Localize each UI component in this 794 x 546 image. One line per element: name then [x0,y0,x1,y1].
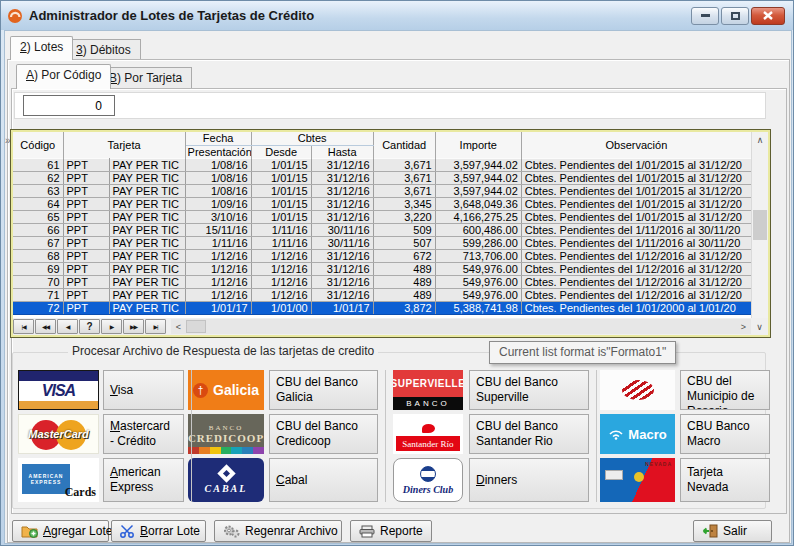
amex-cards-text: Cards [65,485,96,500]
grid-body: 61PPTPAY PER TIC1/08/161/01/1531/12/163,… [13,158,751,314]
agregar-lote-button[interactable]: Agregar Lote [12,520,109,542]
grid-nav-button[interactable]: |◀ [13,319,34,334]
grid-row[interactable]: 64PPTPAY PER TIC1/09/161/01/1531/12/163,… [13,197,751,210]
col-header-tarjeta[interactable]: Tarjeta [63,132,185,158]
grid-nav-button[interactable]: ◀◀ [35,319,56,334]
grid-nav-button[interactable]: ▶▶ [123,319,144,334]
credicoop-banco-text: BANCO [209,424,244,432]
grid-cell: 31/12/16 [311,197,373,210]
grid-cell: PAY PER TIC [109,197,185,210]
tarjeta-nevada-button[interactable]: Tarjeta Nevada [680,458,770,502]
grid-cell: PAY PER TIC [109,288,185,301]
grid-row[interactable]: 67PPTPAY PER TIC1/11/161/11/1630/11/1650… [13,236,751,249]
mastercard-credito-button[interactable]: Mastercard - Crédito [103,414,184,454]
grid-row[interactable]: 65PPTPAY PER TIC3/10/161/01/1531/12/163,… [13,210,751,223]
grid-nav-button[interactable]: ▶| [145,319,166,334]
grid-cell: 3,648,049.36 [435,197,521,210]
credicoop-rainbow-stripe [188,447,264,454]
grid-cell: PAY PER TIC [109,210,185,223]
grid-cell: 1/08/16 [185,158,251,171]
grid-cell: Cbtes. Pendientes del 1/01/2000 al 1/01/… [521,301,751,314]
grid-cell: PPT [63,275,109,288]
cbu-banco-macro-button[interactable]: CBU Banco Macro [680,414,770,454]
scroll-right-icon[interactable]: > [736,319,751,334]
visa-button[interactable]: Visa [103,370,184,410]
grid-cell: 70 [13,275,63,288]
cbu-municipio-rosario-button[interactable]: CBU del Municipio de Rosario [680,370,770,410]
horizontal-scroll-thumb[interactable] [186,320,206,333]
list-format-tooltip: Current list format is"Formato1" [489,341,676,364]
col-header-cantidad[interactable]: Cantidad [373,132,435,158]
grid-cell: Cbtes. Pendientes del 1/11/2016 al 30/11… [521,223,751,236]
grid-cell: PPT [63,158,109,171]
grid-horizontal-scrollbar[interactable]: < > [171,319,751,334]
grid-cell: 3,597,944.02 [435,184,521,197]
cbu-banco-santander-rio-button[interactable]: CBU del Banco Santander Rio [469,414,589,454]
borrar-lote-button[interactable]: Borrar Lote [111,520,206,542]
scroll-up-icon[interactable]: ∧ [752,132,768,148]
maximize-button[interactable] [721,7,749,25]
grid-cell: 65 [13,210,63,223]
col-header-observacion[interactable]: Observación [521,132,751,158]
vertical-scroll-thumb[interactable] [753,210,767,240]
grid-nav-button[interactable]: ▶ [101,319,122,334]
american-express-button[interactable]: American Express [103,458,184,502]
grid-cell: 15/11/16 [185,223,251,236]
grid-cell: Cbtes. Pendientes del 1/01/2015 al 31/12… [521,171,751,184]
grid-cell: Cbtes. Pendientes del 1/11/2016 al 30/11… [521,236,751,249]
grid-cell: 1/01/15 [251,171,311,184]
grid-cell: PAY PER TIC [109,171,185,184]
col-header-importe[interactable]: Importe [435,132,521,158]
grid-row[interactable]: 61PPTPAY PER TIC1/08/161/01/1531/12/163,… [13,158,751,171]
cbu-banco-credicoop-button[interactable]: CBU del Banco Credicoop [269,414,378,454]
dinners-button[interactable]: Dinners [469,458,589,502]
grid-cell: Cbtes. Pendientes del 1/01/2015 al 31/12… [521,210,751,223]
grid-cell: Cbtes. Pendientes del 1/01/2015 al 31/12… [521,158,751,171]
regenerar-archivo-button[interactable]: Regenrar Archivo [214,520,342,542]
col-header-desde[interactable]: Desde [251,145,311,158]
salir-button[interactable]: Salir [693,520,772,542]
subtab-por-codigo[interactable]: A) Por Código [16,64,111,89]
tab-debitos-label: ) Débitos [83,43,131,57]
cabal-diamond-icon [217,464,235,482]
add-folder-icon [21,524,38,538]
col-header-cbtes[interactable]: Cbtes [251,132,373,145]
grid-cell: 1/01/17 [185,301,251,314]
diners-club-logo: Diners Club [393,458,463,502]
grid-cell: PAY PER TIC [109,236,185,249]
reporte-button[interactable]: Reporte [350,520,432,542]
grid-cell: 489 [373,275,435,288]
grid-row[interactable]: 66PPTPAY PER TIC15/11/161/11/1630/11/165… [13,223,751,236]
grid-vertical-scrollbar[interactable]: ∧ [751,132,768,318]
grid-row[interactable]: 68PPTPAY PER TIC1/12/161/12/1631/12/1667… [13,249,751,262]
col-header-presentacion[interactable]: Presentación [185,145,251,158]
grid-nav-button[interactable]: ◀ [57,319,78,334]
grid-row[interactable]: 71PPTPAY PER TIC1/12/161/12/1631/12/1648… [13,288,751,301]
tab-debitos[interactable]: 3) Débitos [66,39,141,60]
col-header-hasta[interactable]: Hasta [311,145,373,158]
grid-cell: 1/08/16 [185,171,251,184]
scroll-left-icon[interactable]: < [171,319,186,334]
grid-row[interactable]: 70PPTPAY PER TIC1/12/161/12/1631/12/1648… [13,275,751,288]
grid-row[interactable]: 69PPTPAY PER TIC1/12/161/12/1631/12/1648… [13,262,751,275]
grid-row[interactable]: 72PPTPAY PER TIC1/01/171/01/001/01/173,8… [13,301,751,314]
grid-cell: Cbtes. Pendientes del 1/01/2015 al 31/12… [521,184,751,197]
minimize-button[interactable] [691,7,719,25]
tab-lotes[interactable]: 2) Lotes [10,36,73,60]
grid-row[interactable]: 62PPTPAY PER TIC1/08/161/01/1531/12/163,… [13,171,751,184]
cbu-banco-supervielle-button[interactable]: CBU del Banco Superville [469,370,589,410]
grid-cell: 672 [373,249,435,262]
codigo-filter-input[interactable] [23,95,115,116]
scroll-down-icon[interactable]: ∨ [751,319,768,334]
app-window: Administrador de Lotes de Tarjetas de Cr… [0,0,794,546]
cabal-button[interactable]: Cabal [269,458,378,502]
diners-circle-icon [420,466,436,482]
close-button[interactable] [751,7,785,25]
grid-nav-button[interactable]: ? [79,319,100,334]
exit-door-icon [702,524,718,538]
subtab-por-tarjeta[interactable]: B) Por Tarjeta [99,67,192,89]
col-header-fecha[interactable]: Fecha [185,132,251,145]
col-header-codigo[interactable]: Código [13,132,63,158]
grid-row[interactable]: 63PPTPAY PER TIC1/08/161/01/1531/12/163,… [13,184,751,197]
cbu-banco-galicia-button[interactable]: CBU del Banco Galicia [269,370,378,410]
